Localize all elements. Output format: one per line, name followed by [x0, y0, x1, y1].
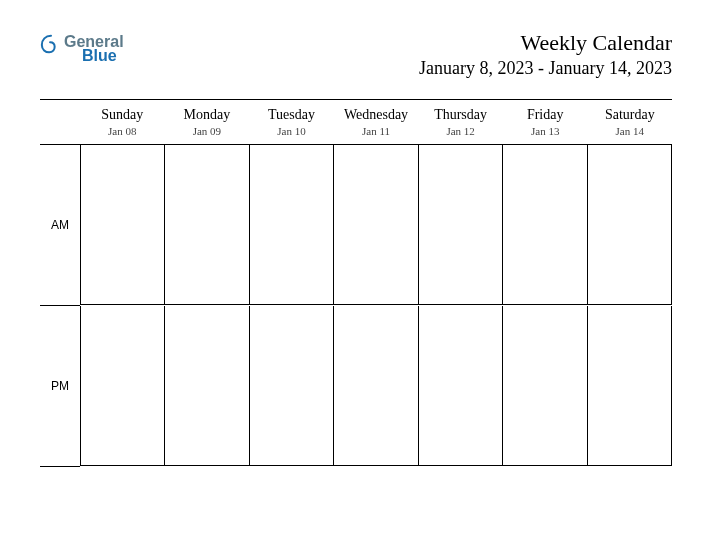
weekly-calendar-page: General Blue Weekly Calendar January 8, … — [0, 0, 712, 550]
brand-logo: General Blue — [40, 30, 124, 64]
calendar-cell — [250, 306, 334, 466]
day-header: Thursday Jan 12 — [418, 100, 503, 144]
calendar-cell — [588, 306, 672, 466]
day-header: Sunday Jan 08 — [80, 100, 165, 144]
page-title: Weekly Calendar — [419, 30, 672, 56]
brand-word-2: Blue — [64, 48, 124, 64]
day-header: Saturday Jan 14 — [587, 100, 672, 144]
calendar-cell — [503, 145, 587, 305]
calendar-am-row: AM — [40, 145, 672, 306]
day-header: Friday Jan 13 — [503, 100, 588, 144]
day-name: Tuesday — [249, 107, 334, 123]
day-name: Sunday — [80, 107, 165, 123]
time-label-pm: PM — [40, 306, 80, 467]
day-name: Monday — [165, 107, 250, 123]
day-header: Tuesday Jan 10 — [249, 100, 334, 144]
calendar-grid: Sunday Jan 08 Monday Jan 09 Tuesday Jan … — [40, 99, 672, 467]
day-header: Monday Jan 09 — [165, 100, 250, 144]
date-range: January 8, 2023 - January 14, 2023 — [419, 58, 672, 79]
calendar-cell — [503, 306, 587, 466]
time-col-header — [40, 100, 80, 144]
day-name: Thursday — [418, 107, 503, 123]
day-date: Jan 09 — [165, 125, 250, 137]
brand-text: General Blue — [64, 34, 124, 64]
calendar-header-row: Sunday Jan 08 Monday Jan 09 Tuesday Jan … — [40, 99, 672, 145]
calendar-cell — [80, 306, 165, 466]
time-label-am: AM — [40, 145, 80, 306]
calendar-pm-row: PM — [40, 306, 672, 467]
day-header: Wednesday Jan 11 — [334, 100, 419, 144]
day-date: Jan 08 — [80, 125, 165, 137]
calendar-cell — [334, 145, 418, 305]
calendar-cell — [80, 145, 165, 305]
day-date: Jan 10 — [249, 125, 334, 137]
day-date: Jan 12 — [418, 125, 503, 137]
calendar-cell — [588, 145, 672, 305]
day-date: Jan 14 — [587, 125, 672, 137]
day-date: Jan 11 — [334, 125, 419, 137]
calendar-cell — [165, 306, 249, 466]
day-date: Jan 13 — [503, 125, 588, 137]
day-name: Saturday — [587, 107, 672, 123]
title-block: Weekly Calendar January 8, 2023 - Januar… — [419, 30, 672, 79]
day-name: Friday — [503, 107, 588, 123]
calendar-cell — [165, 145, 249, 305]
header-row: General Blue Weekly Calendar January 8, … — [40, 30, 672, 79]
swirl-icon — [40, 34, 62, 56]
calendar-cell — [334, 306, 418, 466]
day-name: Wednesday — [334, 107, 419, 123]
calendar-cell — [250, 145, 334, 305]
calendar-cell — [419, 306, 503, 466]
calendar-cell — [419, 145, 503, 305]
